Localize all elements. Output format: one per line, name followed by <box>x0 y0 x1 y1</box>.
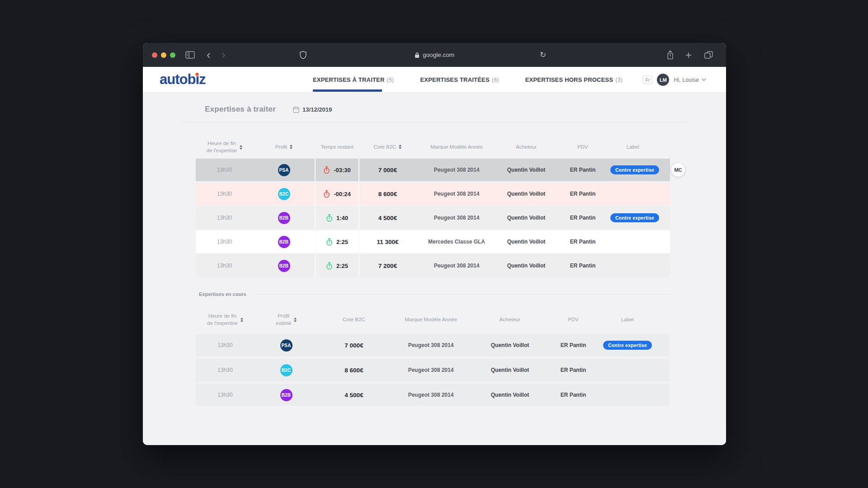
cell-cote: 7 000€ <box>318 342 390 349</box>
cell-cote: 8 600€ <box>359 191 416 197</box>
cell-pdv: ER Pantin <box>548 342 598 348</box>
forward-button[interactable]: › <box>222 43 226 67</box>
sort-icon[interactable] <box>294 318 297 322</box>
table-row[interactable]: 13h30 PSA -03:30 7 000€ Peugeot 308 2014… <box>196 159 670 181</box>
tab-count: (3) <box>615 77 623 83</box>
logo-text: autob <box>160 71 195 87</box>
close-window-icon[interactable] <box>152 52 157 58</box>
address-bar[interactable]: google.com <box>415 43 454 67</box>
table-row[interactable]: 13h30 B2B 2:25 7 200€ Peugeot 308 2014 Q… <box>196 254 670 277</box>
header-marque: Marque Modèle Année <box>416 144 497 151</box>
header-cote-b2c: Cote B2C <box>318 316 390 324</box>
cell-heure: 13h30 <box>196 342 255 348</box>
cell-profil: B2B <box>255 389 318 401</box>
table-row[interactable]: 13h30 B2C -00:24 8 600€ Peugeot 308 2014… <box>196 183 670 205</box>
cell-marque: Peugeot 308 2014 <box>390 342 472 348</box>
date-display[interactable]: 13/12/2019 <box>293 106 332 113</box>
plus-icon: + <box>685 49 692 61</box>
contre-expertise-badge: Contre expertise <box>610 213 659 222</box>
cell-marque: Peugeot 308 2014 <box>416 215 497 221</box>
share-button[interactable] <box>666 43 674 67</box>
sort-icon[interactable] <box>399 145 401 149</box>
forward-icon: › <box>222 48 226 62</box>
cell-pdv: ER Pantin <box>555 167 610 173</box>
cell-heure: 13h30 <box>196 215 253 221</box>
cell-heure: 13h30 <box>196 263 253 269</box>
cell-pdv: ER Pantin <box>548 392 598 398</box>
table-row[interactable]: 13h30 B2B 1:40 4 500€ Peugeot 308 2014 Q… <box>196 206 670 229</box>
table-row[interactable]: 13h30 B2C 8 600€ Peugeot 308 2014 Quenti… <box>196 359 670 381</box>
cell-acheteur: Quentin Voillot <box>497 263 555 269</box>
stopwatch-icon <box>326 214 333 222</box>
cell-cote: 4 500€ <box>359 215 416 221</box>
app-header: autobız EXPERTISES À TRAITER (5) EXPERTI… <box>143 67 726 93</box>
new-tab-button[interactable]: + <box>685 43 692 67</box>
table-header-row: Heure de finde l'expertise Profil Temps … <box>196 136 670 159</box>
cell-acheteur: Quentin Voillot <box>497 191 555 197</box>
cell-profil: B2B <box>253 260 315 272</box>
cell-cote: 8 600€ <box>318 367 390 374</box>
stopwatch-icon <box>323 166 330 174</box>
header-acheteur: Acheteur <box>472 316 548 324</box>
calendar-icon <box>293 106 299 113</box>
cell-marque: Peugeot 308 2014 <box>416 263 497 269</box>
header-cote-b2c: Cote B2C <box>359 144 416 151</box>
zoom-window-icon[interactable] <box>170 52 175 58</box>
table-row[interactable]: 13h30 B2B 2:25 11 300€ Mercedes Classe G… <box>196 230 670 253</box>
back-button[interactable]: ‹ <box>207 43 211 67</box>
header-acheteur: Acheteur <box>497 144 555 151</box>
tab-expertises-hors-process[interactable]: EXPERTISES HORS PROCESS (3) <box>525 67 623 93</box>
cell-temps-restant: -00:24 <box>315 183 359 205</box>
shield-icon <box>300 51 307 59</box>
cell-pdv: ER Pantin <box>555 239 610 245</box>
user-menu[interactable]: Hi, Louise <box>674 77 706 83</box>
header-marque: Marque Modèle Année <box>390 316 472 324</box>
title-row: Expertises à traiter 13/12/2019 <box>205 105 332 114</box>
table-header-row: Heure de finde l'expertise Profilestimé … <box>196 310 670 330</box>
timer-value: 2:25 <box>336 239 348 245</box>
cell-acheteur: Quentin Voillot <box>472 392 548 398</box>
tab-label: EXPERTISES HORS PROCESS <box>525 76 613 83</box>
cell-marque: Mercedes Classe GLA <box>416 239 497 245</box>
cell-pdv: ER Pantin <box>548 367 598 373</box>
profile-badge-psa: PSA <box>278 164 290 176</box>
reload-button[interactable]: ↻ <box>540 43 546 67</box>
cell-profil: B2C <box>255 364 318 376</box>
main-nav: EXPERTISES À TRAITER (5) EXPERTISES TRAI… <box>313 67 623 93</box>
tab-expertises-traitees[interactable]: EXPERTISES TRAITÉES (6) <box>420 67 499 93</box>
language-badge[interactable]: Fr <box>643 75 652 84</box>
cell-profil: PSA <box>255 339 318 352</box>
cell-marque: Peugeot 308 2014 <box>390 367 472 373</box>
minimize-window-icon[interactable] <box>161 52 166 58</box>
page-content: Expertises à traiter 13/12/2019 Heure de… <box>143 93 726 445</box>
cell-temps-restant: 1:40 <box>315 206 359 229</box>
profile-badge-psa: PSA <box>280 339 292 352</box>
tab-overview-button[interactable] <box>704 43 713 67</box>
privacy-shield-button[interactable] <box>300 43 307 67</box>
cell-pdv: ER Pantin <box>555 191 610 197</box>
sidebar-toggle-button[interactable] <box>185 43 195 67</box>
sort-icon[interactable] <box>241 318 243 322</box>
header-label: Label <box>610 144 656 151</box>
sort-icon[interactable] <box>240 145 242 150</box>
autobiz-logo[interactable]: autobız <box>160 71 206 88</box>
header-profil: Profil <box>253 144 315 151</box>
lock-icon <box>415 52 420 58</box>
section-divider <box>253 294 670 295</box>
cell-marque: Peugeot 308 2014 <box>416 167 497 173</box>
profile-badge-b2b: B2B <box>278 236 290 248</box>
tabs-icon <box>704 51 713 59</box>
table-row[interactable]: 13h30 B2B 4 500€ Peugeot 308 2014 Quenti… <box>196 384 670 406</box>
cell-profil: PSA <box>253 164 315 176</box>
table-row[interactable]: 13h30 PSA 7 000€ Peugeot 308 2014 Quenti… <box>196 334 670 357</box>
cell-acheteur: Quentin Voillot <box>497 167 555 173</box>
back-icon: ‹ <box>207 48 211 62</box>
timer-value: 2:25 <box>336 263 348 269</box>
sort-icon[interactable] <box>290 145 292 149</box>
cell-acheteur: Quentin Voillot <box>472 342 548 348</box>
browser-window: ‹ › google.com ↻ + <box>143 43 726 445</box>
user-avatar[interactable]: LM <box>657 74 669 86</box>
cell-pdv: ER Pantin <box>555 263 610 269</box>
tab-expertises-a-traiter[interactable]: EXPERTISES À TRAITER (5) <box>313 67 394 93</box>
cell-temps-restant: 2:25 <box>315 230 359 253</box>
